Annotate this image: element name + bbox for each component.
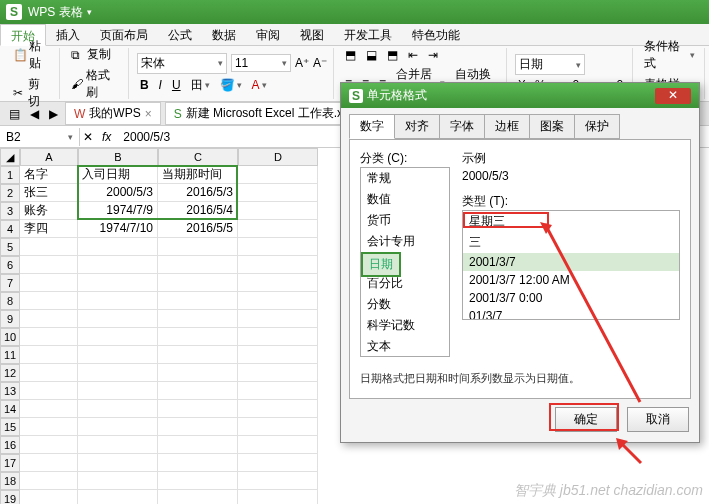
cell[interactable] bbox=[238, 220, 318, 238]
cell[interactable] bbox=[238, 400, 318, 418]
row-header[interactable]: 14 bbox=[0, 400, 20, 418]
font-color-button[interactable]: A▾ bbox=[249, 77, 270, 93]
cell[interactable] bbox=[238, 454, 318, 472]
cell[interactable] bbox=[238, 364, 318, 382]
cell[interactable] bbox=[158, 418, 238, 436]
font-combo[interactable]: 宋体▾ bbox=[137, 53, 227, 74]
row-header[interactable]: 2 bbox=[0, 184, 20, 202]
cell[interactable] bbox=[20, 454, 78, 472]
italic-button[interactable]: I bbox=[156, 77, 165, 93]
cell[interactable] bbox=[20, 292, 78, 310]
category-item[interactable]: 文本 bbox=[361, 336, 449, 357]
cell[interactable]: 张三 bbox=[20, 184, 78, 202]
cell[interactable] bbox=[20, 274, 78, 292]
cell[interactable] bbox=[158, 274, 238, 292]
number-format-combo[interactable]: 日期▾ bbox=[515, 54, 585, 75]
dialog-close-button[interactable]: ✕ bbox=[655, 88, 691, 104]
type-list[interactable]: 星期三三2001/3/72001/3/7 12:00 AM2001/3/7 0:… bbox=[462, 210, 680, 320]
paste-button[interactable]: 📋粘贴 bbox=[10, 37, 53, 73]
cell[interactable] bbox=[158, 382, 238, 400]
dlg-tab-pattern[interactable]: 图案 bbox=[529, 114, 575, 139]
cell[interactable] bbox=[238, 472, 318, 490]
copy-button[interactable]: ⧉复制 bbox=[68, 45, 122, 64]
cell[interactable] bbox=[238, 292, 318, 310]
cell[interactable] bbox=[20, 364, 78, 382]
cell[interactable] bbox=[238, 436, 318, 454]
row-header[interactable]: 13 bbox=[0, 382, 20, 400]
doctab-mywps[interactable]: W我的WPS× bbox=[65, 102, 161, 125]
type-item[interactable]: 2001/3/7 0:00 bbox=[463, 289, 679, 307]
row-header[interactable]: 4 bbox=[0, 220, 20, 238]
fx-icon[interactable]: fx bbox=[96, 130, 117, 144]
cell[interactable] bbox=[158, 346, 238, 364]
type-item[interactable]: 星期三 bbox=[463, 211, 679, 232]
category-item[interactable]: 数值 bbox=[361, 189, 449, 210]
cell[interactable] bbox=[78, 382, 158, 400]
category-item[interactable]: 分数 bbox=[361, 294, 449, 315]
tab-dev[interactable]: 开发工具 bbox=[334, 24, 402, 45]
cell[interactable]: 2016/5/4 bbox=[158, 202, 238, 220]
row-header[interactable]: 9 bbox=[0, 310, 20, 328]
dlg-tab-align[interactable]: 对齐 bbox=[394, 114, 440, 139]
cell[interactable] bbox=[158, 292, 238, 310]
cell[interactable] bbox=[78, 454, 158, 472]
category-item[interactable]: 会计专用 bbox=[361, 231, 449, 252]
row-header[interactable]: 5 bbox=[0, 238, 20, 256]
cell[interactable] bbox=[238, 184, 318, 202]
cell[interactable] bbox=[78, 274, 158, 292]
cell[interactable]: 李四 bbox=[20, 220, 78, 238]
cell[interactable] bbox=[158, 328, 238, 346]
cell[interactable] bbox=[238, 274, 318, 292]
cell[interactable] bbox=[78, 490, 158, 504]
type-item[interactable]: 三 bbox=[463, 232, 679, 253]
cell[interactable] bbox=[78, 346, 158, 364]
cell[interactable] bbox=[158, 490, 238, 504]
cell[interactable] bbox=[238, 238, 318, 256]
dlg-tab-number[interactable]: 数字 bbox=[349, 114, 395, 139]
cell[interactable] bbox=[158, 472, 238, 490]
row-header[interactable]: 3 bbox=[0, 202, 20, 220]
tab-view[interactable]: 视图 bbox=[290, 24, 334, 45]
align-mid-icon[interactable]: ⬓ bbox=[363, 47, 380, 63]
category-item[interactable]: 常规 bbox=[361, 168, 449, 189]
type-item[interactable]: 2001/3/7 bbox=[463, 253, 679, 271]
cell[interactable] bbox=[158, 400, 238, 418]
cell[interactable] bbox=[78, 436, 158, 454]
nav-fwd-icon[interactable]: ▶ bbox=[46, 106, 61, 122]
col-header[interactable]: C bbox=[158, 148, 238, 166]
fx-cancel-icon[interactable]: ✕ bbox=[80, 129, 96, 145]
cell[interactable]: 1974/7/10 bbox=[78, 220, 158, 238]
cell[interactable] bbox=[238, 202, 318, 220]
category-item[interactable]: 货币 bbox=[361, 210, 449, 231]
type-item[interactable]: 01/3/7 bbox=[463, 307, 679, 320]
tab-data[interactable]: 数据 bbox=[202, 24, 246, 45]
dlg-tab-font[interactable]: 字体 bbox=[439, 114, 485, 139]
category-item[interactable]: 百分比 bbox=[361, 273, 449, 294]
row-header[interactable]: 17 bbox=[0, 454, 20, 472]
nav-back-icon[interactable]: ◀ bbox=[27, 106, 42, 122]
row-header[interactable]: 16 bbox=[0, 436, 20, 454]
cell[interactable] bbox=[238, 490, 318, 504]
cell[interactable]: 2016/5/3 bbox=[158, 184, 238, 202]
ok-button[interactable]: 确定 bbox=[555, 407, 617, 432]
cell[interactable] bbox=[20, 418, 78, 436]
cell[interactable] bbox=[78, 256, 158, 274]
format-painter-button[interactable]: 🖌格式刷 bbox=[68, 66, 122, 102]
cell[interactable] bbox=[78, 400, 158, 418]
cell[interactable] bbox=[158, 256, 238, 274]
cell[interactable]: 2000/5/3 bbox=[78, 184, 158, 202]
row-header[interactable]: 6 bbox=[0, 256, 20, 274]
cancel-button[interactable]: 取消 bbox=[627, 407, 689, 432]
cell[interactable]: 当期那时间 bbox=[158, 166, 238, 184]
tab-layout[interactable]: 页面布局 bbox=[90, 24, 158, 45]
cell[interactable] bbox=[158, 238, 238, 256]
row-header[interactable]: 15 bbox=[0, 418, 20, 436]
cell[interactable] bbox=[20, 436, 78, 454]
cell[interactable] bbox=[158, 364, 238, 382]
select-all-corner[interactable]: ◢ bbox=[0, 148, 20, 166]
bold-button[interactable]: B bbox=[137, 77, 152, 93]
category-item[interactable]: 时间 bbox=[361, 252, 449, 273]
cell[interactable] bbox=[78, 238, 158, 256]
category-item[interactable]: 科学记数 bbox=[361, 315, 449, 336]
cond-format-button[interactable]: 条件格式▾ bbox=[641, 37, 698, 73]
